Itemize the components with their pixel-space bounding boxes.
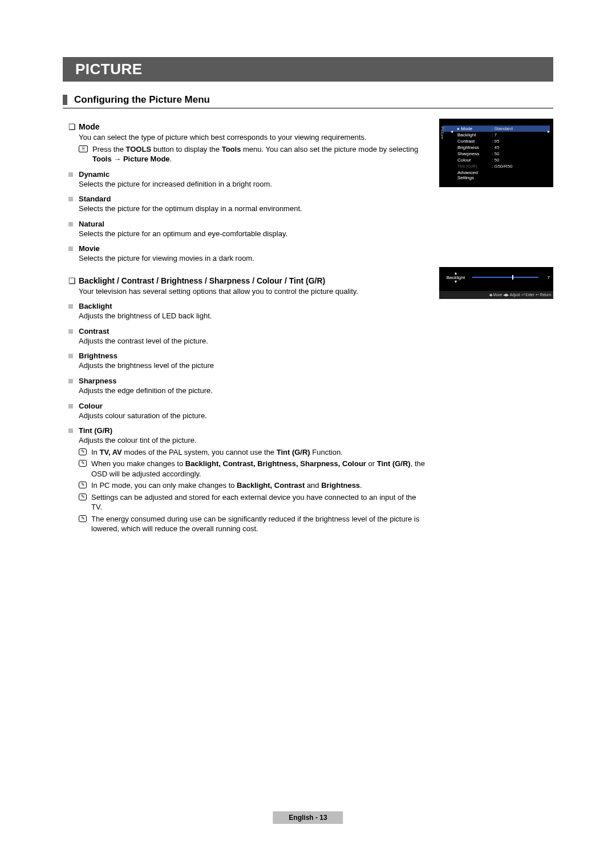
square-bullet-icon [68, 354, 73, 358]
slider-thumb [512, 275, 513, 280]
osd2-footer: ◆ Move ◀▶ Adjust ⏎ Enter ↩ Return [439, 291, 553, 299]
adjust-option-heading: Sharpness [79, 377, 116, 385]
osd-row: Backlight: 7 [443, 132, 550, 138]
mode-option-desc: Selects the picture for increased defini… [79, 179, 428, 189]
osd-row: Sharpness: 50 [443, 151, 550, 157]
osd-row: Colour: 50 [443, 157, 550, 163]
note-icon: ✎ [79, 515, 87, 522]
square-bullet-icon [68, 172, 73, 177]
mode-intro: You can select the type of picture which… [79, 132, 428, 143]
osd-row: Brightness: 45 [443, 144, 550, 151]
adjust-option-desc: Adjusts the brightness level of the pict… [79, 361, 428, 371]
section-bullet-icon: ❏ [68, 122, 79, 131]
note-4: Settings can be adjusted and stored for … [91, 492, 428, 512]
section-marker [63, 95, 67, 105]
slider-track [472, 277, 538, 278]
osd-row: Tint (G/R): G50/R50 [443, 163, 550, 169]
osd-previews: Picture ◂ ▸ ▸ Mode: StandardBacklight: 7… [439, 119, 553, 534]
down-arrow-icon: ▼ [443, 280, 469, 284]
section-title: Configuring the Picture Menu [74, 94, 210, 106]
square-bullet-icon [68, 246, 73, 251]
note-5: The energy consumed during use can be si… [91, 514, 428, 534]
square-bullet-icon [68, 379, 73, 383]
mode-option-desc: Selects the picture for viewing movies i… [79, 253, 428, 264]
page-banner: PICTURE [63, 57, 553, 82]
mode-option-heading: Movie [79, 244, 100, 253]
square-bullet-icon [68, 404, 73, 409]
adjust-option-heading: Backlight [79, 302, 112, 310]
page-footer: English - 13 [273, 811, 343, 824]
adjust-option-heading: Contrast [79, 327, 109, 335]
mode-heading: Mode [79, 122, 100, 131]
adjust-option-desc: Adjusts the contrast level of the pictur… [79, 336, 428, 346]
square-bullet-icon [68, 329, 73, 334]
mode-option-desc: Selects the picture for an optimum and e… [79, 229, 428, 239]
adjust-option-desc: Adjusts the edge definition of the pictu… [79, 386, 428, 396]
osd-row: Contrast: 95 [443, 138, 550, 144]
osd2-label: ▲ Backlight ▼ [443, 272, 469, 284]
tint-desc: Adjusts the colour tint of the picture. [79, 435, 428, 446]
osd-left-arrow-icon: ◂ [451, 129, 453, 134]
note-icon: ✎ [79, 460, 87, 467]
square-bullet-icon [68, 197, 73, 201]
note-icon: ✎ [79, 494, 87, 500]
osd-side-label: Picture [440, 127, 444, 139]
section-header: Configuring the Picture Menu [63, 94, 553, 108]
note-icon: ✎ [79, 448, 87, 455]
adjust-option-heading: Colour [79, 402, 103, 410]
osd2-value: 7 [542, 275, 550, 280]
note-1: In TV, AV modes of the PAL system, you c… [91, 447, 428, 458]
note-icon: ✎ [79, 482, 87, 488]
note-2: When you make changes to Backlight, Cont… [91, 459, 428, 479]
section-bullet-icon: ❏ [68, 276, 79, 285]
mode-option-heading: Natural [79, 220, 104, 228]
note-3: In PC mode, you can only make changes to… [91, 480, 428, 491]
osd-row: Advanced Settings [443, 169, 550, 181]
square-bullet-icon [68, 304, 73, 309]
adjust-option-heading: Brightness [79, 351, 117, 360]
mode-option-heading: Dynamic [79, 170, 110, 179]
mode-option-desc: Selects the picture for the optimum disp… [79, 204, 428, 214]
square-bullet-icon [68, 428, 73, 433]
square-bullet-icon [68, 222, 73, 227]
adjust-option-desc: Adjusts the brightness of LED back light… [79, 311, 428, 321]
adjust-option-desc: Adjusts colour saturation of the picture… [79, 411, 428, 421]
osd-right-arrow-icon: ▸ [548, 129, 550, 134]
osd-picture-menu: Picture ◂ ▸ ▸ Mode: StandardBacklight: 7… [439, 119, 553, 187]
mode-option-heading: Standard [79, 195, 111, 203]
osd-backlight-slider: ▲ Backlight ▼ 7 ◆ Move ◀▶ Adjust ⏎ Enter… [439, 267, 553, 299]
main-content: ❏ Mode You can select the type of pictur… [63, 119, 428, 534]
tint-heading: Tint (G/R) [79, 426, 112, 435]
adjust-intro: Your television has several setting opti… [79, 286, 428, 297]
mode-tools-note: Press the TOOLS button to display the To… [92, 144, 428, 164]
adjust-heading: Backlight / Contrast / Brightness / Shar… [79, 276, 325, 285]
tools-button-icon: ⎘ [79, 145, 88, 152]
osd-row: ▸ Mode: Standard [443, 126, 550, 132]
